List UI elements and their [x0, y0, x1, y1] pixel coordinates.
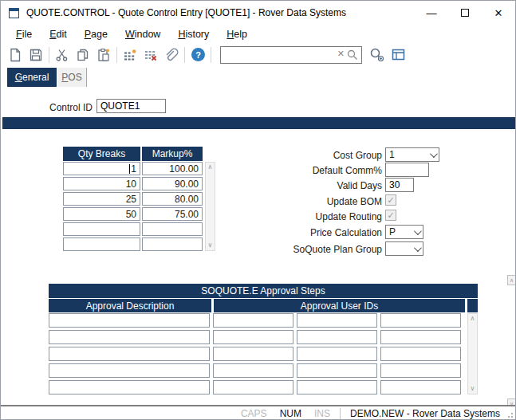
qty-cell[interactable]: 25 [63, 192, 140, 206]
delete-row-icon [144, 48, 158, 62]
approval-user-cell[interactable] [213, 363, 293, 378]
search-clear-icon[interactable]: ✕ [337, 49, 345, 59]
markup-cell[interactable]: 80.00 [142, 192, 203, 206]
qty-cell[interactable]: 1 [63, 162, 140, 175]
scroll-down-icon[interactable]: ∨ [471, 384, 475, 394]
approval-user-cell[interactable] [380, 313, 461, 328]
menu-history[interactable]: History [169, 29, 218, 40]
session-context: DEMO.NEW - Rover Data Systems [350, 408, 500, 419]
approval-user-cell[interactable] [297, 330, 377, 344]
delete-row-button[interactable] [140, 45, 161, 65]
approval-description-header: Approval Description [49, 299, 211, 312]
soquote-plan-group-select[interactable] [385, 241, 423, 256]
approval-user-cell[interactable] [297, 363, 377, 378]
approval-user-cell[interactable] [213, 380, 293, 394]
layout-icon [391, 47, 406, 62]
markup-header: Markup% [142, 147, 203, 161]
attachment-button[interactable] [161, 45, 182, 65]
copy-button[interactable] [73, 45, 93, 65]
close-button[interactable]: ✕ [482, 1, 515, 25]
approval-user-cell[interactable] [297, 313, 377, 328]
search-icon[interactable] [346, 49, 359, 61]
minimize-button[interactable]: — [415, 1, 448, 25]
minimize-icon: — [427, 7, 437, 19]
paste-button[interactable] [93, 45, 114, 65]
approval-user-cell[interactable] [297, 380, 377, 394]
cut-button[interactable] [52, 45, 73, 65]
qty-cell[interactable]: 10 [63, 177, 140, 190]
scroll-up-icon[interactable]: ∧ [208, 163, 213, 172]
approval-description-cell[interactable] [49, 313, 210, 328]
approval-description-cell[interactable] [49, 363, 210, 378]
approval-description-cell[interactable] [49, 330, 210, 344]
approval-user-cell[interactable] [297, 347, 377, 361]
maximize-button[interactable] [448, 1, 482, 25]
qty-table-scrollbar[interactable]: ∧ ∨ [205, 162, 215, 251]
menu-page[interactable]: Page [76, 29, 116, 40]
menu-help[interactable]: Help [218, 29, 256, 40]
paperclip-icon [164, 48, 179, 62]
toolbar-separator [184, 47, 185, 63]
cost-group-select[interactable]: 1 [385, 147, 439, 162]
num-lock-indicator: NUM [280, 408, 301, 419]
chevron-down-icon [414, 227, 422, 235]
qty-breaks-header: Qty Breaks [63, 147, 140, 161]
update-bom-label: Update BOM [264, 196, 382, 207]
price-calculation-label: Price Calculation [264, 227, 382, 238]
toolbar-separator [211, 47, 211, 63]
markup-cell[interactable]: 75.00 [142, 207, 203, 221]
menu-window[interactable]: Window [116, 29, 169, 40]
scroll-up-icon: ∧ [510, 277, 514, 284]
default-comm-label: Default Comm% [264, 165, 382, 176]
maximize-icon [461, 9, 469, 17]
approval-user-cell[interactable] [380, 347, 461, 361]
markup-cell[interactable]: 90.00 [142, 177, 203, 190]
markup-cell[interactable]: 100.00 [142, 162, 203, 175]
toolbar-separator [116, 47, 117, 63]
markup-cell[interactable] [142, 237, 203, 251]
default-comm-input[interactable] [385, 163, 429, 177]
control-id-label: Control ID [1, 102, 93, 113]
qty-cell[interactable]: 50 [63, 207, 140, 221]
update-routing-checkbox[interactable]: ✓ [385, 210, 396, 221]
new-document-icon [8, 48, 22, 62]
approval-user-cell[interactable] [380, 363, 461, 378]
layout-button[interactable] [388, 45, 408, 65]
window-scroll-up-button[interactable]: ∧ [507, 275, 516, 285]
qty-cell[interactable] [63, 222, 140, 236]
update-bom-checkbox[interactable]: ✓ [385, 194, 396, 206]
approval-user-cell[interactable] [213, 347, 293, 361]
status-bar: CAPS NUM INS DEMO.NEW - Rover Data Syste… [1, 406, 515, 420]
close-icon: ✕ [494, 7, 503, 19]
approval-table-scrollbar[interactable]: ∧ ∨ [467, 313, 478, 394]
approval-user-cell[interactable] [213, 330, 293, 344]
qty-cell[interactable] [63, 237, 140, 251]
menu-file[interactable]: File [7, 29, 41, 40]
save-button[interactable] [26, 45, 46, 65]
markup-cell[interactable] [142, 222, 203, 236]
insert-row-button[interactable] [120, 45, 140, 65]
tab-general[interactable]: General [7, 68, 57, 87]
approval-description-cell[interactable] [49, 380, 210, 394]
approval-user-cell[interactable] [380, 380, 461, 394]
approval-description-cell[interactable] [49, 347, 210, 361]
resize-grip[interactable] [505, 410, 513, 418]
tab-pos[interactable]: POS [57, 68, 87, 87]
approval-table-title: SOQUOTE.E Approval Steps [49, 284, 478, 298]
chevron-down-icon [414, 244, 422, 252]
help-button[interactable]: ? [187, 45, 208, 65]
title-bar: QUOTE.CONTROL - Quote Control Entry [QUO… [1, 1, 515, 25]
check-icon: ✓ [387, 195, 394, 206]
approval-user-cell[interactable] [380, 330, 461, 344]
scroll-down-icon[interactable]: ∨ [208, 241, 213, 250]
valid-days-input[interactable] [385, 178, 414, 192]
approval-user-cell[interactable] [213, 313, 293, 328]
scroll-up-icon[interactable]: ∧ [471, 314, 475, 324]
new-document-button[interactable] [5, 45, 26, 65]
window-title: QUOTE.CONTROL - Quote Control Entry [QUO… [26, 7, 346, 18]
lookup-button[interactable] [367, 45, 388, 65]
menu-edit[interactable]: Edit [41, 29, 76, 40]
lookup-eye-icon [369, 47, 385, 63]
price-calculation-select[interactable]: P [385, 225, 423, 239]
control-id-input[interactable] [97, 99, 166, 113]
